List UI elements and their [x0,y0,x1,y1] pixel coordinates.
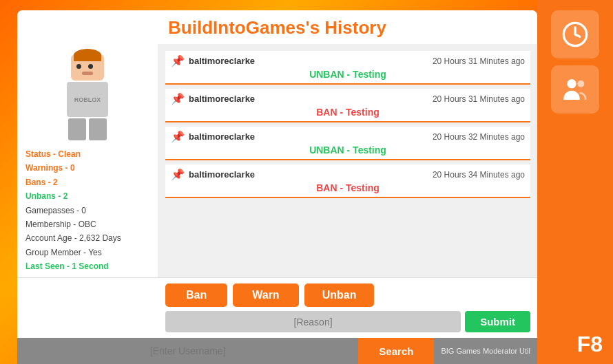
avatar-legs [68,118,107,140]
unban-button[interactable]: Unban [304,283,375,307]
history-username: baltimoreclarke [189,169,255,180]
stat-last-seen: Last Seen - 1 Second [25,259,149,273]
stat-bans: Bans - 2 [25,175,149,189]
stat-membership: Membership - OBC [25,217,149,231]
pin-icon: 📌 [171,130,185,143]
warn-button[interactable]: Warn [233,283,298,307]
ban-button[interactable]: Ban [165,283,227,307]
stat-warnings: Warnings - 0 [25,161,149,175]
users-icon [561,76,589,103]
avatar-leg-right [89,118,107,140]
history-action: BAN - Testing [171,105,525,119]
stats-container: Status - Clean Warnings - 0 Bans - 2 Unb… [25,147,149,274]
submit-button[interactable]: Submit [465,311,530,332]
pin-icon: 📌 [171,168,185,181]
pin-icon: 📌 [171,92,185,105]
avatar-hair [74,49,101,61]
right-sidebar: F8 [537,0,613,364]
avatar-body: ROBLOX [67,82,108,117]
avatar-eye-right [88,64,93,69]
reason-input[interactable] [165,311,461,332]
history-item: 📌 baltimoreclarke 20 Hours 31 Minutes ag… [165,51,530,85]
avatar-leg-left [68,118,86,140]
title-bar: BuildIntoGames's History [17,10,537,44]
history-item: 📌 baltimoreclarke 20 Hours 32 Minutes ag… [165,127,530,160]
stat-status: Status - Clean [25,147,149,161]
history-username: baltimoreclarke [189,56,255,66]
stat-unbans: Unbans - 2 [25,189,149,203]
avatar-eye-left [76,64,81,69]
history-item: 📌 baltimoreclarke 20 Hours 34 Minutes ag… [165,164,530,198]
moderator-label: BIG Games Moderator Util [434,347,537,355]
avatar-torso-label: ROBLOX [74,96,101,103]
bottom-search-bar: Search BIG Games Moderator Util [17,338,537,364]
search-button[interactable]: Search [358,338,434,364]
history-time: 20 Hours 34 Minutes ago [433,170,525,180]
history-action: UNBAN - Testing [171,143,525,157]
avatar: ROBLOX [50,51,125,140]
history-time: 20 Hours 32 Minutes ago [433,132,525,142]
avatar-eyes [76,64,93,69]
history-row-top: 📌 baltimoreclarke 20 Hours 31 Minutes ag… [171,92,525,105]
avatar-head [71,54,104,81]
stat-group-member: Group Member - Yes [25,246,149,259]
stat-gamepasses: Gamepasses - 0 [25,204,149,217]
history-row-top: 📌 baltimoreclarke 20 Hours 32 Minutes ag… [171,130,525,143]
history-item: 📌 baltimoreclarke 20 Hours 31 Minutes ag… [165,89,530,122]
clock-icon [561,21,589,48]
avatar-mouth [82,72,93,75]
username-input[interactable] [17,345,358,356]
history-row-top: 📌 baltimoreclarke 20 Hours 31 Minutes ag… [171,54,525,67]
pin-icon: 📌 [171,54,185,67]
users-icon-button[interactable] [551,65,599,114]
history-time: 20 Hours 31 Minutes ago [433,94,525,104]
history-time: 20 Hours 31 Minutes ago [433,56,525,66]
svg-point-1 [567,79,576,88]
history-username: baltimoreclarke [189,131,255,142]
history-username: baltimoreclarke [189,94,255,104]
history-action: UNBAN - Testing [171,67,525,81]
svg-point-2 [577,81,584,87]
history-action: BAN - Testing [171,181,525,195]
page-title: BuildIntoGames's History [168,17,386,38]
clock-icon-button[interactable] [551,10,599,58]
history-row-top: 📌 baltimoreclarke 20 Hours 34 Minutes ag… [171,168,525,181]
reason-row: Submit [24,311,530,332]
avatar-figure: ROBLOX [50,51,125,140]
f8-label: F8 [577,332,603,357]
stat-account-age: Account Age - 2,632 Days [25,231,149,245]
action-buttons: Ban Warn Unban [24,283,530,307]
